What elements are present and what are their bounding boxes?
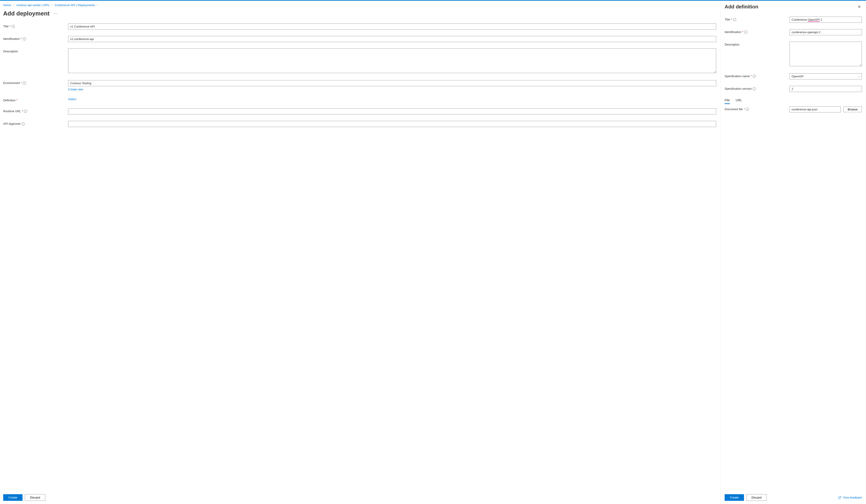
browse-button[interactable]: Browse <box>843 107 862 112</box>
breadcrumb-home[interactable]: Home <box>3 3 11 7</box>
runtime-url-input[interactable] <box>68 108 716 114</box>
close-icon[interactable]: ✕ <box>857 3 862 10</box>
info-icon[interactable]: i <box>12 25 15 28</box>
spec-name-select[interactable]: OpenAPI ⌵ <box>789 73 862 79</box>
info-icon[interactable]: i <box>753 87 756 90</box>
def-identification-input[interactable] <box>789 29 862 35</box>
give-feedback-label: Give feedback <box>843 496 862 499</box>
chevron-down-icon: ⌵ <box>858 75 860 78</box>
spec-name-value: OpenAPI <box>791 75 803 78</box>
definition-select-link[interactable]: Select <box>68 98 76 101</box>
def-title-input[interactable]: Conference OpenAPI 2 <box>789 16 862 23</box>
breadcrumb: Home 〉 contoso-api-center | APIs 〉 Confe… <box>3 3 716 7</box>
spec-version-label: Specification version <box>725 87 752 90</box>
required-asterisk: * <box>21 37 22 41</box>
chevron-right-icon: 〉 <box>12 3 15 7</box>
required-asterisk: * <box>10 25 11 28</box>
title-label: Title <box>3 25 9 28</box>
info-icon[interactable]: i <box>746 108 749 111</box>
required-asterisk: * <box>744 108 745 111</box>
title-input[interactable] <box>68 23 716 30</box>
environment-input[interactable] <box>68 80 716 86</box>
required-asterisk: * <box>22 110 23 113</box>
api-approver-label: API Approver <box>3 122 21 125</box>
panel-create-button[interactable]: Create <box>725 494 744 501</box>
environment-label: Environment <box>3 81 20 85</box>
required-asterisk: * <box>731 18 732 21</box>
identification-input[interactable] <box>68 36 716 42</box>
doc-file-label: Document file <box>725 108 743 111</box>
create-button[interactable]: Create <box>3 494 23 501</box>
more-actions-icon[interactable]: ⋯ <box>54 11 57 16</box>
feedback-icon <box>838 496 842 500</box>
breadcrumb-deployments[interactable]: Conference API | Deployments <box>55 3 95 7</box>
identification-label: Identification <box>3 37 20 41</box>
info-icon[interactable]: i <box>23 37 26 41</box>
chevron-right-icon: 〉 <box>51 3 53 7</box>
api-approver-input[interactable] <box>68 121 716 127</box>
info-icon[interactable]: i <box>744 31 747 34</box>
discard-button[interactable]: Discard <box>25 494 45 501</box>
info-icon[interactable]: i <box>753 75 756 78</box>
panel-discard-button[interactable]: Discard <box>746 494 767 501</box>
def-description-textarea[interactable] <box>789 42 862 66</box>
tab-file[interactable]: File <box>725 98 730 104</box>
def-title-label: Title <box>725 18 730 21</box>
required-asterisk: * <box>16 99 18 102</box>
panel-title: Add definition <box>725 4 758 10</box>
description-label: Description <box>3 49 18 53</box>
give-feedback-link[interactable]: Give feedback <box>838 496 862 500</box>
spec-name-label: Specification name <box>725 75 750 78</box>
definition-label: Definition <box>3 99 15 102</box>
breadcrumb-api-center[interactable]: contoso-api-center | APIs <box>16 3 49 7</box>
def-description-label: Description <box>725 43 740 46</box>
def-identification-label: Identification <box>725 30 741 34</box>
page-title: Add deployment <box>3 10 49 17</box>
info-icon[interactable]: i <box>22 122 25 125</box>
spec-version-input[interactable] <box>789 86 862 92</box>
info-icon[interactable]: i <box>24 110 27 113</box>
required-asterisk: * <box>751 75 752 78</box>
create-new-environment-link[interactable]: Create new <box>68 88 83 91</box>
required-asterisk: * <box>21 81 22 85</box>
doc-file-input[interactable] <box>789 106 841 112</box>
chevron-right-icon: 〉 <box>96 3 99 7</box>
required-asterisk: * <box>742 30 743 34</box>
info-icon[interactable]: i <box>733 18 736 21</box>
runtime-url-label: Runtime URL <box>3 110 21 113</box>
info-icon[interactable]: i <box>23 81 26 85</box>
description-textarea[interactable] <box>68 48 716 73</box>
tab-url[interactable]: URL <box>736 98 742 104</box>
